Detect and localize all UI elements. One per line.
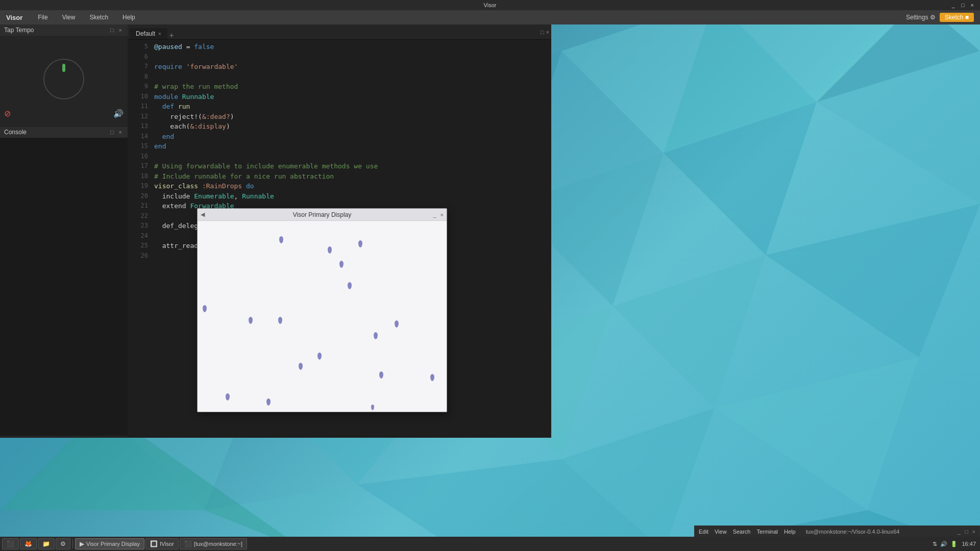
volume-button[interactable]: 🔊 [113, 109, 124, 118]
taskbar-terminal-icon: ⬛ [184, 540, 192, 547]
raindrop [279, 236, 283, 243]
console-close[interactable]: × [117, 129, 124, 135]
console-title: Console [4, 129, 27, 136]
taskbar-visor[interactable]: 🔳 IVisor [145, 538, 179, 549]
visor-display-min-btn[interactable]: _ [433, 212, 436, 218]
tab-close-btn[interactable]: × [158, 31, 161, 37]
raindrop [374, 332, 378, 339]
terminal-titlebar: Edit View Search Terminal Help tux@monks… [695, 526, 979, 537]
raindrop [348, 282, 352, 289]
raindrop [371, 405, 374, 410]
taskbar-icon-1: ⬛ [7, 540, 14, 547]
visor-display-left-btn[interactable]: ◀ [201, 211, 205, 218]
maximize-btn[interactable]: □ [959, 2, 967, 8]
svg-marker-23 [612, 255, 766, 408]
raindrop [278, 317, 282, 324]
console-panel: Console □ × [0, 127, 128, 438]
taskbar-app-4[interactable]: ⚙ [56, 538, 70, 549]
taskbar-app-1[interactable]: ⬛ [2, 538, 19, 549]
svg-marker-28 [766, 204, 980, 357]
console-body [0, 138, 128, 436]
taskbar-icon-files: 📁 [42, 540, 50, 547]
code-line-18: 18 # Include runnable for a nice run abs… [128, 171, 551, 182]
console-expand[interactable]: □ [109, 129, 115, 135]
tray-volume-icon: 🔊 [940, 541, 947, 547]
menu-file[interactable]: File [35, 13, 51, 22]
visor-display-title: Visor Primary Display [293, 211, 351, 218]
editor-close-btn[interactable]: × [546, 29, 549, 35]
editor-tabs: Default × + □ × [128, 24, 551, 40]
tap-tempo-header: Tap Tempo □ × [0, 24, 128, 36]
menu-sketch[interactable]: Sketch [86, 13, 111, 22]
code-line-15: 15 end [128, 141, 551, 152]
raindrop [358, 240, 362, 247]
raindrop [299, 363, 303, 370]
window-titlebar: Visor _ □ × [0, 0, 980, 10]
taskbar-icon-firefox: 🦊 [24, 540, 32, 547]
visor-display-close-btn[interactable]: × [440, 212, 444, 218]
menu-help[interactable]: Help [119, 13, 138, 22]
editor-expand-btn[interactable]: □ [541, 29, 544, 35]
minimize-btn[interactable]: _ [950, 2, 957, 8]
taskbar-app-3[interactable]: 📁 [38, 538, 55, 549]
code-line-19: 19 visor_class :RainDrops do [128, 181, 551, 191]
sketch-button[interactable]: Sketch ■ [940, 13, 974, 22]
terminal-close-btn[interactable]: × [972, 529, 975, 535]
raindrop [379, 371, 383, 379]
close-btn[interactable]: × [969, 2, 976, 8]
raindrop [430, 374, 434, 381]
tap-tempo-expand[interactable]: □ [109, 27, 115, 33]
terminal-menu-search[interactable]: Search [733, 529, 751, 535]
terminal-min-btn[interactable]: _ [958, 529, 961, 535]
code-line-12: 12 reject!(&:dead?) [128, 112, 551, 122]
raindrop [226, 393, 230, 400]
console-header: Console □ × [0, 127, 128, 138]
code-line-14: 14 end [128, 132, 551, 142]
tap-tempo-close[interactable]: × [117, 27, 124, 33]
visor-display-right-btns: _ × [433, 212, 444, 218]
terminal-max-btn[interactable]: □ [965, 529, 968, 535]
settings-button[interactable]: Settings ⚙ [906, 14, 936, 21]
app-right-controls: Settings ⚙ Sketch ■ [906, 13, 974, 22]
visor-display-body [198, 221, 447, 412]
editor-tab-default[interactable]: Default × [130, 28, 167, 39]
taskbar-terminal[interactable]: ⬛ [tux@monkstone:~] [180, 538, 247, 549]
raindrop [395, 320, 399, 328]
tap-tempo-body: ⊘ 🔊 [0, 36, 128, 122]
raindrop [339, 261, 344, 268]
time-display: 16:47 [962, 541, 976, 547]
taskbar-right: ⇅ 🔊 🔋 16:47 [933, 541, 978, 547]
terminal-menu-terminal[interactable]: Terminal [756, 529, 778, 535]
dial-controls: ⊘ 🔊 [4, 109, 124, 118]
taskbar-visor-name: IVisor [160, 541, 174, 547]
window-title: Visor [484, 2, 497, 8]
tray-battery-icon: 🔋 [950, 541, 958, 547]
taskbar-app-2[interactable]: 🦊 [20, 538, 37, 549]
terminal-menu-edit[interactable]: Edit [699, 529, 708, 535]
menu-view[interactable]: View [59, 13, 79, 22]
code-line-5: 5 @paused = false [128, 42, 551, 52]
raindrop [249, 317, 253, 324]
code-line-9: 9 # wrap the run method [128, 82, 551, 92]
taskbar-visor-icon: ▶ [80, 540, 84, 547]
taskbar-terminal-label: [tux@monkstone:~] [194, 541, 242, 547]
app-menubar: Visor File View Sketch Help Settings ⚙ S… [0, 10, 980, 24]
taskbar-visor2-icon: 🔳 [150, 540, 158, 547]
code-line-8: 8 [128, 72, 551, 82]
code-line-6: 6 [128, 52, 551, 62]
taskbar: ⬛ 🦊 📁 ⚙ ▶ Visor Primary Display 🔳 IVisor… [0, 537, 980, 551]
taskbar-visor-display[interactable]: ▶ Visor Primary Display [75, 538, 144, 549]
tab-add-btn[interactable]: + [169, 31, 174, 39]
sidebar: Tap Tempo □ × ⊘ 🔊 Console □ × [0, 24, 128, 438]
terminal-menu-help[interactable]: Help [784, 529, 796, 535]
tap-tempo-title: Tap Tempo [4, 27, 34, 34]
taskbar-visor-label: Visor Primary Display [86, 541, 140, 547]
terminal-menu-view[interactable]: View [715, 529, 727, 535]
code-line-13: 13 each(&:display) [128, 121, 551, 132]
visor-display-titlebar: ◀ Visor Primary Display _ × [198, 209, 447, 221]
tempo-dial[interactable] [43, 59, 84, 99]
stop-button[interactable]: ⊘ [4, 109, 11, 118]
editor-top-controls: □ × [541, 24, 549, 40]
window-controls: _ □ × [950, 2, 976, 8]
code-line-16: 16 [128, 152, 551, 162]
